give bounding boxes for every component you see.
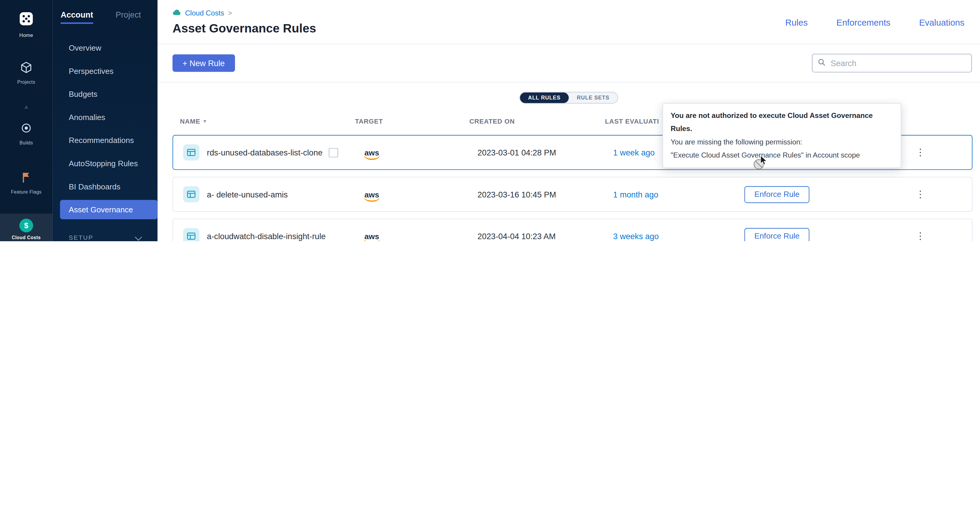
tab-project[interactable]: Project <box>116 10 141 24</box>
cloud-costs-icon: $ <box>19 219 33 232</box>
rail-item-home[interactable]: Home <box>0 8 52 41</box>
rail-item-builds[interactable]: Builds <box>0 119 52 148</box>
rule-icon <box>183 144 200 161</box>
new-rule-button[interactable]: + New Rule <box>172 54 235 72</box>
sidebar-item-perspectives[interactable]: Perspectives <box>52 59 158 82</box>
column-header-created-on: CREATED ON <box>469 117 605 125</box>
table-row[interactable]: a- delete-unused-amis aws 2023-03-16 10:… <box>172 177 972 212</box>
table-row[interactable]: a-cloudwatch-disable-insight-rule aws 20… <box>172 219 972 241</box>
module-sidebar: Account Project Overview Perspectives Bu… <box>52 0 158 241</box>
builds-icon <box>19 121 33 138</box>
kebab-menu-icon[interactable]: ⋮ <box>913 189 928 199</box>
projects-icon <box>19 60 33 77</box>
rules-table-section: ALL RULES RULE SETS NAME ▾ TARGET CREATE… <box>158 92 980 241</box>
rule-icon <box>183 228 200 241</box>
rail-item-label: Cloud Costs <box>12 235 41 241</box>
tab-account[interactable]: Account <box>60 10 93 24</box>
tab-all-rules[interactable]: ALL RULES <box>520 92 569 103</box>
page-title: Asset Governance Rules <box>172 21 316 35</box>
nav-link-rules[interactable]: Rules <box>786 17 808 28</box>
rail-item-feature-flags[interactable]: Feature Flags <box>0 168 52 197</box>
kebab-menu-icon[interactable]: ⋮ <box>913 147 928 157</box>
rules-view-toggle: ALL RULES RULE SETS <box>519 92 618 104</box>
primary-nav-rail: Home Projects ▲ Builds Feature Flags $ C… <box>0 0 52 241</box>
main-content: Cloud Costs > Asset Governance Rules Rul… <box>158 0 980 241</box>
chevron-down-icon <box>135 233 142 240</box>
page-header: Cloud Costs > Asset Governance Rules Rul… <box>158 0 980 44</box>
enforce-rule-button[interactable]: Enforce Rule <box>744 228 810 241</box>
nav-link-evaluations[interactable]: Evaluations <box>919 17 964 28</box>
rule-icon <box>183 186 200 203</box>
harness-logo-icon <box>18 10 35 30</box>
app-window: Home Projects ▲ Builds Feature Flags $ C… <box>0 0 980 241</box>
created-on: 2023-03-01 04:28 PM <box>477 148 613 157</box>
sidebar-item-autostopping-rules[interactable]: AutoStopping Rules <box>52 152 158 175</box>
setup-label: SETUP <box>69 235 94 241</box>
breadcrumb[interactable]: Cloud Costs > <box>172 9 232 17</box>
sidebar-item-bi-dashboards[interactable]: BI Dashboards <box>52 175 158 198</box>
collapse-triangle-icon[interactable]: ▲ <box>23 104 30 110</box>
scope-tabs: Account Project <box>52 0 158 24</box>
header-nav: Rules Enforcements Evaluations <box>786 17 964 28</box>
toolbar: + New Rule <box>158 44 980 82</box>
aws-logo-icon: aws <box>363 149 380 157</box>
search-box[interactable] <box>812 54 972 72</box>
feature-flags-icon <box>19 171 33 187</box>
column-header-target: TARGET <box>355 117 469 125</box>
nav-link-enforcements[interactable]: Enforcements <box>836 17 890 28</box>
cloud-costs-breadcrumb-icon <box>172 9 181 17</box>
column-header-name-label: NAME <box>180 117 200 125</box>
search-input[interactable] <box>829 58 966 68</box>
rule-name: rds-unused-databases-list-clone <box>207 148 322 157</box>
created-on: 2023-04-04 10:23 AM <box>477 232 613 241</box>
last-evaluation-link[interactable]: 1 month ago <box>613 190 744 199</box>
rule-name: a- delete-unused-amis <box>207 190 288 199</box>
enforce-rule-button[interactable]: Enforce Rule <box>744 186 810 203</box>
tab-rule-sets[interactable]: RULE SETS <box>569 92 618 103</box>
tooltip-line-3: "Execute Cloud Asset Governance Rules" i… <box>671 149 893 162</box>
aws-logo-icon: aws <box>363 190 380 199</box>
rail-item-label: Feature Flags <box>11 189 42 195</box>
search-icon <box>818 57 826 69</box>
breadcrumb-separator: > <box>228 9 232 17</box>
sidebar-item-budgets[interactable]: Budgets <box>52 82 158 106</box>
sidebar-item-overview[interactable]: Overview <box>52 36 158 60</box>
rail-item-label: Projects <box>17 79 35 85</box>
breadcrumb-label[interactable]: Cloud Costs <box>185 9 224 17</box>
sidebar-item-asset-governance[interactable]: Asset Governance <box>60 200 158 219</box>
sidebar-item-anomalies[interactable]: Anomalies <box>52 105 158 128</box>
copy-icon[interactable] <box>329 148 338 157</box>
created-on: 2023-03-16 10:45 PM <box>477 190 613 199</box>
column-header-name[interactable]: NAME ▾ <box>172 117 355 125</box>
permission-tooltip: You are not authorized to execute Cloud … <box>662 103 901 168</box>
aws-logo-icon: aws <box>363 232 380 241</box>
tooltip-line-1: You are not authorized to execute Cloud … <box>671 109 893 135</box>
rail-item-cloud-costs[interactable]: $ Cloud Costs <box>0 214 52 241</box>
rule-name: a-cloudwatch-disable-insight-rule <box>207 232 326 241</box>
kebab-menu-icon[interactable]: ⋮ <box>913 230 928 241</box>
sort-caret-icon: ▾ <box>204 118 207 124</box>
tooltip-line-2: You are missing the following permission… <box>671 135 893 149</box>
rail-item-projects[interactable]: Projects <box>0 58 52 87</box>
rail-item-label: Home <box>19 32 33 38</box>
sidebar-item-recommendations[interactable]: Recommendations <box>52 128 158 152</box>
rail-item-label: Builds <box>19 140 33 146</box>
setup-section-toggle[interactable]: SETUP <box>52 235 158 241</box>
last-evaluation-link[interactable]: 3 weeks ago <box>613 232 744 241</box>
ccm-nav: Overview Perspectives Budgets Anomalies … <box>52 36 158 219</box>
